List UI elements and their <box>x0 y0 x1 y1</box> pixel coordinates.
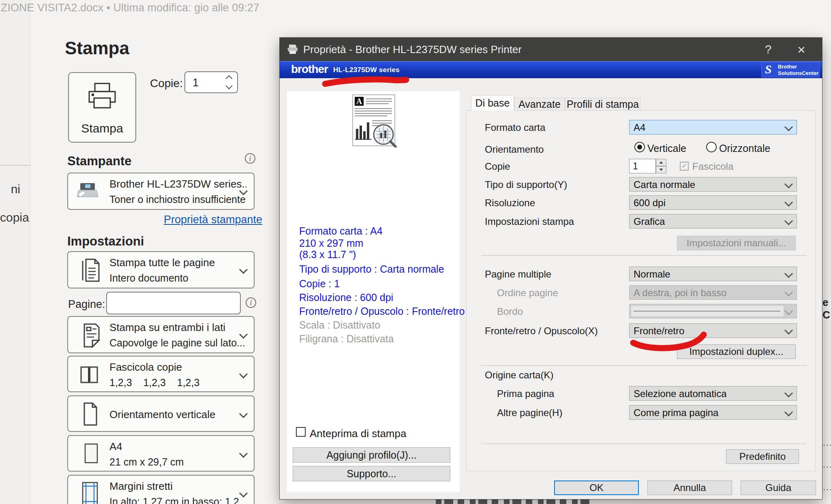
first-page-value: Selezione automatica <box>634 388 726 399</box>
media-type-value: Carta normale <box>634 179 695 190</box>
tab-avanzate[interactable]: Avanzate <box>514 98 565 110</box>
rail-divider <box>0 165 31 166</box>
chevron-down-icon <box>784 307 793 315</box>
paper-size-select[interactable]: A4 <box>629 120 797 135</box>
dialog-close-button[interactable]: × <box>792 41 811 58</box>
pages-info-icon[interactable]: i <box>246 297 256 308</box>
duplex-settings-button[interactable]: Impostazioni duplex... <box>677 344 796 359</box>
add-profile-button[interactable]: Aggiungi profilo(J)... <box>293 447 450 463</box>
other-pages-value: Come prima pagina <box>634 407 718 419</box>
duplex-icon <box>79 322 101 348</box>
print-settings-select[interactable]: Grafica <box>629 214 797 229</box>
help-button[interactable]: Guida <box>741 481 816 495</box>
chevron-down-icon <box>239 370 248 378</box>
pages-input[interactable] <box>106 292 241 314</box>
setting-paper-size[interactable]: A4 21 cm x 29,7 cm <box>67 435 255 472</box>
border-select <box>629 304 797 318</box>
backstage-nav-fragment-bottom[interactable]: copia <box>0 211 29 224</box>
first-page-label: Prima pagina <box>497 388 554 399</box>
solutions-center-glyph: S <box>765 62 772 76</box>
chevron-down-icon <box>784 389 793 397</box>
clipped-background-text <box>436 500 590 504</box>
print-button[interactable]: Stampa <box>68 72 136 143</box>
paper-size-label: Formato carta <box>485 122 545 133</box>
orientation-portrait-radio[interactable] <box>634 142 645 152</box>
border-line-sample <box>634 311 780 312</box>
chevron-down-icon <box>784 180 793 188</box>
copies-up-button[interactable] <box>656 159 666 166</box>
first-page-select[interactable]: Selezione automatica <box>629 386 797 401</box>
ok-button[interactable]: OK <box>554 481 639 495</box>
duplex-value: Fronte/retro <box>634 325 684 337</box>
page-order-value: A destra, poi in basso <box>634 287 726 299</box>
collate-label: Fascicola <box>692 161 733 172</box>
other-pages-label: Altre pagine(H) <box>497 407 562 419</box>
setting-margins[interactable]: Margini stretti In alto: 1,27 cm in bass… <box>67 475 255 504</box>
print-preview-checkbox[interactable] <box>296 427 306 437</box>
manual-settings-button: Impostazioni manuali... <box>677 236 796 250</box>
stepper-up-icon[interactable] <box>226 75 233 82</box>
setting-collate[interactable]: Fascicola copie 1,2,3 1,2,3 1,2,3 <box>67 356 255 392</box>
stepper-down-icon[interactable] <box>226 83 233 90</box>
paper-source-label: Origine carta(K) <box>485 369 553 381</box>
multipage-select[interactable]: Normale <box>629 267 797 281</box>
setting-orientation[interactable]: Orientamento verticale <box>67 395 255 432</box>
resolution-select[interactable]: 600 dpi <box>629 195 797 210</box>
default-button[interactable]: Predefinito <box>726 449 799 464</box>
chevron-down-icon <box>784 408 793 416</box>
setting-title: Fascicola copie <box>109 361 182 374</box>
collate-checkbox[interactable]: ✓ <box>680 162 689 171</box>
printer-model-label: HL-L2375DW series <box>333 66 400 74</box>
cancel-button[interactable]: Annulla <box>647 481 732 495</box>
backstage-nav-fragment-top[interactable]: ni <box>0 182 20 196</box>
pages-icon <box>79 258 101 284</box>
tab-profili-di-stampa[interactable]: Profili di stampa <box>565 98 640 110</box>
copies-down-button[interactable] <box>656 166 666 173</box>
orientation-landscape-label[interactable]: Orizzontale <box>719 143 770 154</box>
chevron-down-icon <box>784 269 793 278</box>
setting-print-all-pages[interactable]: Stampa tutte le pagine Intero documento <box>67 251 255 288</box>
print-button-label: Stampa <box>69 122 135 135</box>
duplex-select[interactable]: Fronte/retro <box>629 323 797 338</box>
printer-selector[interactable]: Brother HL-L2375DW series... Toner o inc… <box>67 173 255 210</box>
setting-subtitle: Intero documento <box>109 272 188 284</box>
orientation-landscape-radio[interactable] <box>706 142 717 152</box>
preview-info-line: (8.3 x 11.7 ") <box>299 249 356 261</box>
brother-logo: brother <box>291 63 328 76</box>
printer-info-icon[interactable]: i <box>245 153 255 164</box>
document-preview-thumbnail: A <box>348 94 401 147</box>
chevron-down-icon <box>239 489 248 498</box>
setting-title: Margini stretti <box>109 480 173 493</box>
printer-status: Toner o inchiostro insufficiente <box>109 194 246 205</box>
preview-info-line: Risoluzione : 600 dpi <box>299 292 393 303</box>
setting-duplex[interactable]: Stampa su entrambi i lati Capovolge le p… <box>67 316 255 353</box>
setting-title: Stampa su entrambi i lati <box>109 321 225 334</box>
printer-properties-link[interactable]: Proprietà stampante <box>164 214 262 226</box>
margins-icon <box>79 481 101 504</box>
pages-label: Pagine: <box>68 298 105 311</box>
solutions-center-line2: SolutionsCenter <box>778 70 818 76</box>
page-order-select: A destra, poi in basso <box>629 285 797 300</box>
resolution-label: Risoluzione <box>485 197 535 209</box>
solutions-center-badge[interactable]: S Brother SolutionsCenter <box>761 62 820 77</box>
other-pages-select[interactable]: Come prima pagina <box>629 405 797 420</box>
orientation-portrait-label[interactable]: Verticale <box>647 143 686 154</box>
duplex-label: Fronte/retro / Opuscolo(X) <box>485 325 598 337</box>
copies-label: Copie <box>485 161 510 172</box>
dialog-help-button[interactable]: ? <box>759 41 777 58</box>
media-type-label: Tipo di supporto(Y) <box>485 179 567 190</box>
media-type-select[interactable]: Carta normale <box>629 177 797 192</box>
preview-info-line: Formato carta : A4 <box>299 225 383 237</box>
printer-icon <box>85 82 119 113</box>
print-preview-checkbox-label[interactable]: Anteprima di stampa <box>310 427 406 440</box>
copies-input[interactable]: 1 <box>629 159 656 173</box>
dot-leader-fragment: .... <box>823 438 831 448</box>
a4-page-icon <box>80 442 103 468</box>
printer-properties-dialog: Proprietà - Brother HL-L2375DW series Pr… <box>280 38 822 499</box>
svg-text:A: A <box>356 97 362 106</box>
support-button[interactable]: Supporto... <box>293 466 450 481</box>
setting-title: Orientamento verticale <box>109 408 216 421</box>
copies-stepper[interactable]: 1 <box>184 71 238 93</box>
setting-subtitle: 1,2,3 1,2,3 1,2,3 <box>109 377 199 389</box>
tab-di-base[interactable]: Di base <box>471 95 514 111</box>
